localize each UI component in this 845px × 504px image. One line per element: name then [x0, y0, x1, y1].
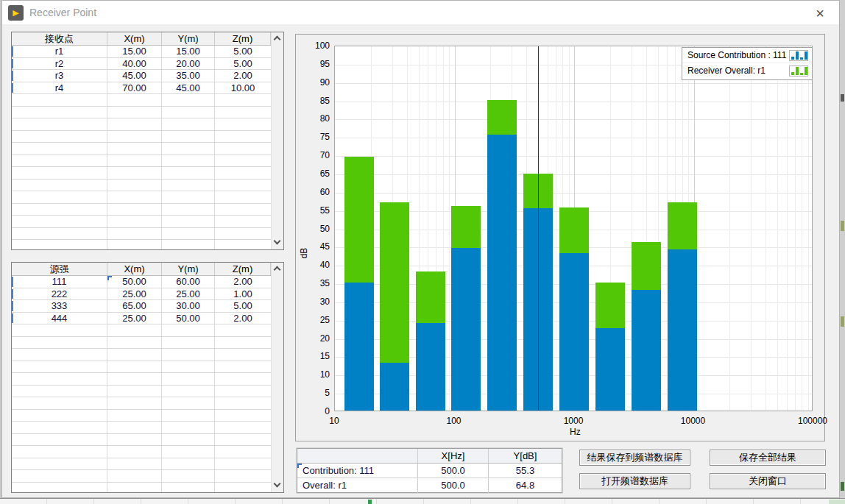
table-row[interactable]	[12, 118, 271, 131]
table-row[interactable]	[12, 131, 271, 143]
table-cell[interactable]	[107, 361, 162, 373]
table-row[interactable]: 44425.0050.002.00	[12, 313, 271, 325]
table-row[interactable]	[12, 228, 271, 241]
table-cell[interactable]: 35.00	[162, 70, 215, 82]
table-cell[interactable]	[215, 397, 271, 409]
table-cell[interactable]	[215, 143, 271, 155]
scroll-up-icon[interactable]	[272, 263, 283, 275]
table-cell[interactable]: 111	[12, 276, 107, 288]
cursor-table-cell[interactable]: Contribution: 111	[297, 464, 418, 478]
table-cell[interactable]	[12, 337, 107, 349]
table-row[interactable]	[12, 434, 271, 447]
table-cell[interactable]	[215, 94, 271, 106]
table-cell[interactable]	[107, 143, 162, 155]
source-table-scrollbar[interactable]	[271, 263, 283, 492]
cursor-table-cell[interactable]: 55.3	[489, 464, 562, 478]
table-cell[interactable]	[162, 434, 215, 446]
table-cell[interactable]	[107, 410, 162, 422]
table-row[interactable]: r115.0015.005.00	[12, 46, 271, 58]
table-row[interactable]	[12, 204, 271, 216]
table-cell[interactable]	[215, 118, 271, 130]
table-cell[interactable]	[12, 143, 107, 155]
table-cell[interactable]: 2.00	[215, 313, 271, 324]
table-cell[interactable]: 20.00	[162, 58, 215, 70]
table-cell[interactable]	[162, 155, 215, 167]
table-cell[interactable]	[12, 155, 107, 167]
save-all-results-button[interactable]: 保存全部结果	[710, 450, 826, 466]
table-cell[interactable]	[12, 349, 107, 361]
table-cell[interactable]	[215, 131, 271, 143]
table-row[interactable]: r470.0045.0010.00	[12, 82, 271, 95]
table-cell[interactable]	[162, 470, 215, 482]
cursor-table-cell[interactable]: 64.8	[489, 478, 562, 493]
table-cell[interactable]	[162, 349, 215, 361]
table-cell[interactable]	[12, 131, 107, 143]
table-row[interactable]	[12, 410, 271, 422]
table-cell[interactable]: 5.00	[215, 46, 271, 57]
table-cell[interactable]	[215, 349, 271, 361]
table-cell[interactable]	[162, 228, 215, 240]
table-cell[interactable]	[162, 191, 215, 203]
table-cell[interactable]	[12, 118, 107, 130]
table-cell[interactable]	[107, 483, 162, 493]
table-row[interactable]	[12, 324, 271, 337]
table-cell[interactable]: r2	[12, 58, 107, 70]
table-row[interactable]	[12, 167, 271, 180]
table-cell[interactable]	[12, 434, 107, 446]
table-row[interactable]	[12, 191, 271, 204]
table-cell[interactable]	[12, 483, 107, 493]
table-cell[interactable]	[162, 131, 215, 143]
table-cell[interactable]	[107, 131, 162, 143]
table-row[interactable]	[12, 458, 271, 471]
table-cell[interactable]	[215, 204, 271, 216]
table-cell[interactable]	[12, 373, 107, 385]
table-cell[interactable]: 25.00	[107, 288, 162, 300]
table-cell[interactable]	[107, 94, 162, 106]
table-cell[interactable]	[162, 204, 215, 216]
table-cell[interactable]	[215, 422, 271, 433]
table-cell[interactable]: 10.00	[215, 82, 271, 94]
table-row[interactable]	[12, 337, 271, 349]
table-row[interactable]	[12, 397, 271, 410]
table-cell[interactable]	[162, 483, 215, 493]
table-cell[interactable]: 30.00	[162, 300, 215, 312]
table-cell[interactable]: r3	[12, 70, 107, 82]
table-cell[interactable]	[12, 240, 107, 249]
table-cell[interactable]	[215, 167, 271, 179]
table-cell[interactable]	[12, 397, 107, 409]
table-cell[interactable]	[12, 216, 107, 227]
table-cell[interactable]	[162, 180, 215, 191]
table-cell[interactable]: 70.00	[107, 82, 162, 94]
scroll-up-icon[interactable]	[272, 33, 283, 45]
table-cell[interactable]	[215, 228, 271, 240]
table-cell[interactable]: 5.00	[215, 58, 271, 70]
table-cell[interactable]	[12, 228, 107, 240]
table-row[interactable]	[12, 107, 271, 119]
table-cell[interactable]: 40.00	[107, 58, 162, 70]
table-cell[interactable]	[215, 410, 271, 422]
table-cell[interactable]	[107, 397, 162, 409]
table-cell[interactable]	[107, 240, 162, 249]
table-cell[interactable]	[215, 180, 271, 191]
table-cell[interactable]	[215, 155, 271, 167]
table-row[interactable]	[12, 216, 271, 228]
table-cell[interactable]: 2.00	[215, 70, 271, 82]
table-cell[interactable]	[162, 324, 215, 336]
table-cell[interactable]	[12, 107, 107, 118]
table-cell[interactable]	[12, 191, 107, 203]
table-cell[interactable]	[215, 107, 271, 118]
table-cell[interactable]	[162, 143, 215, 155]
cursor-table-cell[interactable]: Overall: r1	[297, 478, 418, 493]
table-cell[interactable]	[162, 240, 215, 249]
table-cell[interactable]	[12, 324, 107, 336]
table-row[interactable]	[12, 483, 271, 493]
table-row[interactable]: r345.0035.002.00	[12, 70, 271, 82]
table-cell[interactable]: 444	[12, 313, 107, 324]
table-cell[interactable]	[107, 216, 162, 227]
scroll-down-icon[interactable]	[272, 480, 283, 491]
table-cell[interactable]	[215, 470, 271, 482]
table-cell[interactable]	[215, 434, 271, 446]
table-cell[interactable]: 65.00	[107, 300, 162, 312]
table-row[interactable]	[12, 373, 271, 386]
table-cell[interactable]	[107, 228, 162, 240]
